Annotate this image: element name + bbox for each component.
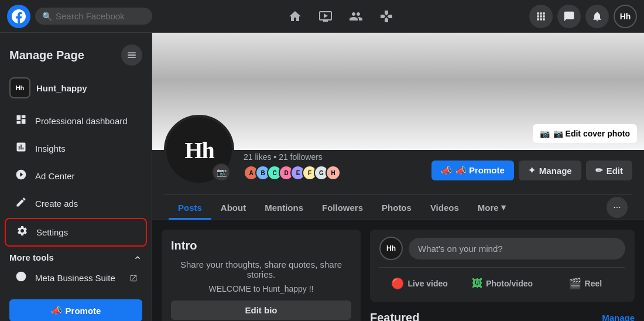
intro-card: Intro Share your thoughts, share quotes,… — [162, 230, 361, 321]
tab-photos[interactable]: Photos — [372, 196, 421, 220]
content-area: 📷 📷 Edit cover photo Hh 📷 Hunt_happy 21 … — [152, 33, 644, 321]
sidebar-item-label-create-ads: Create ads — [35, 199, 78, 209]
sidebar-item-professional-dashboard[interactable]: Professional dashboard — [5, 108, 147, 134]
sidebar-collapse-btn[interactable] — [121, 45, 142, 66]
sidebar-item-meta-business-suite[interactable]: Meta Business Suite — [5, 265, 147, 291]
tabs-more-options-btn[interactable]: ··· — [607, 197, 628, 218]
messenger-btn[interactable] — [557, 5, 581, 28]
reel-icon: 🎬 — [568, 277, 581, 290]
live-video-btn[interactable]: 🔴 Live video — [379, 272, 460, 295]
search-bar[interactable]: 🔍 — [35, 8, 152, 25]
dashboard-icon — [14, 114, 28, 128]
sidebar-item-insights[interactable]: Insights — [5, 135, 147, 162]
intro-text: Share your thoughts, share quotes, share… — [171, 259, 351, 279]
camera-icon: 📷 — [540, 129, 550, 138]
search-input[interactable] — [56, 11, 145, 21]
sidebar-header: Manage Page — [0, 40, 152, 73]
promote-label: Promote — [66, 306, 101, 316]
promote-icon: 📣 — [441, 165, 452, 176]
tab-posts[interactable]: Posts — [169, 196, 211, 220]
manage-page-title: Manage Page — [9, 49, 84, 62]
facebook-logo[interactable] — [7, 5, 30, 28]
tab-more[interactable]: More ▾ — [468, 195, 515, 220]
photo-video-btn[interactable]: 🖼 Photo/video — [462, 272, 542, 295]
tab-videos[interactable]: Videos — [421, 196, 468, 220]
intro-title: Intro — [171, 239, 351, 252]
sidebar-item-label-meta-business: Meta Business Suite — [35, 273, 115, 283]
intro-welcome: WELCOME to Hunt_happy !! — [171, 284, 351, 293]
sidebar-item-label-ad-center: Ad Center — [35, 171, 75, 181]
edit-label: Edit — [607, 166, 623, 176]
manage-icon: ✦ — [528, 165, 536, 176]
sidebar-item-label-dashboard: Professional dashboard — [35, 116, 128, 126]
promote-profile-button[interactable]: 📣 📣 Promote — [431, 160, 514, 180]
photo-video-label: Photo/video — [486, 279, 533, 288]
featured-title: Featured — [370, 311, 419, 321]
edit-profile-button[interactable]: ✏ Edit — [586, 160, 632, 180]
composer-avatar: Hh — [379, 237, 403, 260]
chevron-up-icon — [133, 253, 142, 262]
reel-label: Reel — [585, 279, 602, 288]
manage-profile-button[interactable]: ✦ Manage — [519, 160, 581, 180]
photo-video-icon: 🖼 — [472, 278, 482, 290]
live-video-icon: 🔴 — [391, 277, 404, 290]
ad-center-icon — [14, 169, 28, 183]
follower-avatar: H — [326, 165, 341, 180]
groups-nav-btn[interactable] — [342, 2, 370, 30]
post-composer: Hh What's on your mind? 🔴 Live video 🖼 P… — [370, 230, 635, 302]
home-nav-btn[interactable] — [281, 2, 309, 30]
tab-about[interactable]: About — [211, 196, 255, 220]
external-link-icon — [129, 274, 138, 282]
composer-actions: 🔴 Live video 🖼 Photo/video 🎬 Reel — [379, 267, 625, 295]
featured-section: Featured Manage — [370, 311, 635, 321]
profile-stats: 21 likes • 21 followers — [244, 152, 422, 162]
profile-actions: 📣 📣 Promote ✦ Manage ✏ Edit — [431, 160, 632, 185]
notifications-btn[interactable] — [585, 5, 609, 28]
user-avatar-btn[interactable]: Hh — [614, 5, 637, 28]
follower-avatars: ABCDEFGH — [244, 165, 422, 180]
composer-top: Hh What's on your mind? — [379, 237, 625, 260]
composer-input[interactable]: What's on your mind? — [409, 238, 625, 259]
insights-icon — [14, 141, 28, 156]
grid-btn[interactable] — [529, 5, 553, 28]
edit-cover-button[interactable]: 📷 📷 Edit cover photo — [533, 124, 637, 143]
nav-center — [152, 2, 529, 30]
more-tools-label: More tools — [9, 252, 54, 262]
live-video-label: Live video — [407, 279, 447, 288]
page-tabs: Posts About Mentions Followers Photos Vi… — [164, 194, 632, 220]
sidebar: Manage Page Hh Hunt_happy Professional d… — [0, 33, 152, 321]
promote-flag-icon: 📣 — [51, 305, 62, 316]
page-body: Intro Share your thoughts, share quotes,… — [152, 220, 644, 321]
nav-right: Hh — [529, 5, 637, 28]
video-nav-btn[interactable] — [311, 2, 340, 30]
edit-bio-button[interactable]: Edit bio — [171, 300, 351, 320]
meta-business-icon — [14, 271, 28, 285]
sidebar-item-settings[interactable]: Settings — [5, 218, 147, 247]
main-layout: Manage Page Hh Hunt_happy Professional d… — [0, 33, 644, 321]
sidebar-item-label-settings: Settings — [36, 227, 68, 237]
more-tools-section[interactable]: More tools — [0, 248, 152, 265]
chevron-down-icon: ▾ — [501, 202, 506, 213]
settings-icon — [15, 225, 29, 240]
reel-btn[interactable]: 🎬 Reel — [545, 272, 625, 295]
post-area: Hh What's on your mind? 🔴 Live video 🖼 P… — [370, 230, 635, 321]
page-sidebar-avatar: Hh — [9, 77, 30, 98]
svg-point-0 — [16, 272, 26, 282]
profile-pic-camera-btn[interactable]: 📷 — [212, 163, 231, 182]
profile-pic-wrap: Hh 📷 — [164, 115, 234, 185]
sidebar-item-ad-center[interactable]: Ad Center — [5, 163, 147, 189]
tab-followers[interactable]: Followers — [313, 196, 372, 220]
edit-icon: ✏ — [595, 165, 603, 176]
search-icon: 🔍 — [42, 12, 52, 21]
sidebar-item-create-ads[interactable]: Create ads — [5, 190, 147, 217]
manage-label: Manage — [539, 166, 572, 176]
page-sidebar-name: Hunt_happy — [36, 83, 87, 93]
sidebar-promote-button[interactable]: 📣 Promote — [9, 299, 142, 321]
sidebar-item-label-insights: Insights — [35, 144, 66, 153]
tab-mentions[interactable]: Mentions — [255, 196, 313, 220]
top-nav: 🔍 Hh — [0, 0, 644, 33]
gaming-nav-btn[interactable] — [372, 2, 400, 30]
create-ads-icon — [14, 196, 28, 211]
page-identity: Hh Hunt_happy — [0, 73, 152, 103]
featured-manage-btn[interactable]: Manage — [602, 313, 635, 321]
